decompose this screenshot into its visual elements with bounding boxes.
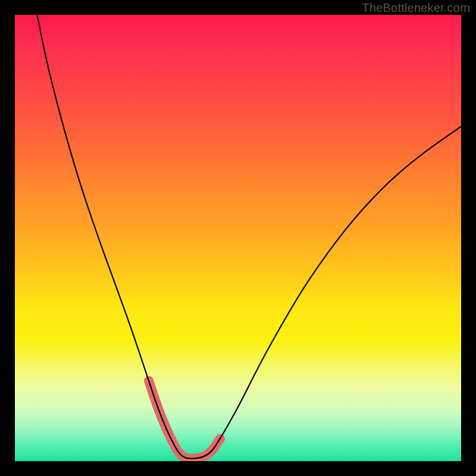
curve-layer xyxy=(15,15,461,461)
curve-line xyxy=(37,15,462,459)
curve-highlight xyxy=(149,381,220,459)
chart-frame: TheBottleneker.com xyxy=(0,0,476,476)
watermark-text: TheBottleneker.com xyxy=(362,1,470,15)
plot-area xyxy=(15,15,461,461)
